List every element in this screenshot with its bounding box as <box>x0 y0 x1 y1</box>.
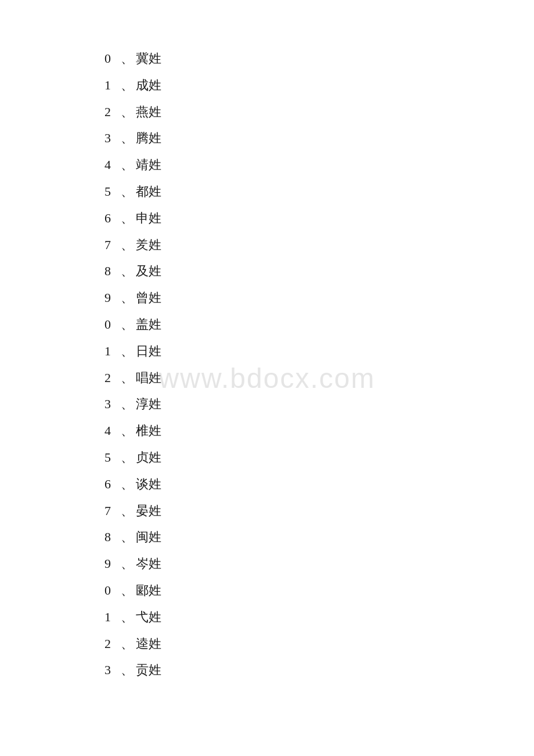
list-item: 0、郾姓 <box>104 578 430 603</box>
item-text: 逵姓 <box>136 632 161 656</box>
item-text: 日姓 <box>136 339 161 363</box>
list-item: 0、冀姓 <box>104 46 430 71</box>
item-separator: 、 <box>121 46 134 71</box>
list-item: 2、唱姓 <box>104 366 430 390</box>
item-separator: 、 <box>121 153 134 177</box>
item-separator: 、 <box>121 552 134 576</box>
item-number: 9 <box>104 286 121 310</box>
item-number: 2 <box>104 366 121 390</box>
item-text: 燕姓 <box>136 100 161 124</box>
item-number: 5 <box>104 179 121 204</box>
item-separator: 、 <box>121 658 134 682</box>
item-separator: 、 <box>121 312 134 337</box>
list-item: 7、羑姓 <box>104 233 430 257</box>
item-number: 2 <box>104 632 121 656</box>
item-separator: 、 <box>121 366 134 390</box>
item-separator: 、 <box>121 233 134 257</box>
item-separator: 、 <box>121 73 134 98</box>
list-item: 2、燕姓 <box>104 100 430 124</box>
item-text: 成姓 <box>136 73 161 98</box>
item-text: 贡姓 <box>136 658 161 682</box>
list-item: 4、靖姓 <box>104 153 430 177</box>
list-item: 6、谈姓 <box>104 472 430 496</box>
item-number: 0 <box>104 46 121 71</box>
item-number: 8 <box>104 259 121 283</box>
item-text: 腾姓 <box>136 126 161 150</box>
item-separator: 、 <box>121 286 134 310</box>
list-item: 3、贡姓 <box>104 658 430 682</box>
list-item: 9、岑姓 <box>104 552 430 576</box>
list-container: 0、冀姓1、成姓2、燕姓3、腾姓4、靖姓5、都姓6、申姓7、羑姓8、及姓9、曾姓… <box>104 46 430 682</box>
item-text: 盖姓 <box>136 312 161 337</box>
item-text: 冀姓 <box>136 46 161 71</box>
item-number: 0 <box>104 578 121 603</box>
item-number: 4 <box>104 419 121 443</box>
content-area: 0、冀姓1、成姓2、燕姓3、腾姓4、靖姓5、都姓6、申姓7、羑姓8、及姓9、曾姓… <box>0 0 534 731</box>
list-item: 3、淳姓 <box>104 392 430 416</box>
list-item: 0、盖姓 <box>104 312 430 337</box>
item-number: 1 <box>104 605 121 629</box>
item-text: 郾姓 <box>136 578 161 603</box>
item-separator: 、 <box>121 578 134 603</box>
item-number: 9 <box>104 552 121 576</box>
list-item: 1、日姓 <box>104 339 430 363</box>
item-number: 3 <box>104 392 121 416</box>
list-item: 5、贞姓 <box>104 445 430 470</box>
item-separator: 、 <box>121 100 134 124</box>
item-text: 靖姓 <box>136 153 161 177</box>
item-text: 椎姓 <box>136 419 161 443</box>
item-separator: 、 <box>121 632 134 656</box>
list-item: 6、申姓 <box>104 206 430 231</box>
item-number: 3 <box>104 126 121 150</box>
item-separator: 、 <box>121 339 134 363</box>
item-number: 1 <box>104 73 121 98</box>
item-number: 1 <box>104 339 121 363</box>
item-text: 羑姓 <box>136 233 161 257</box>
item-separator: 、 <box>121 499 134 523</box>
list-item: 8、闽姓 <box>104 525 430 549</box>
item-text: 闽姓 <box>136 525 161 549</box>
item-text: 淳姓 <box>136 392 161 416</box>
item-number: 7 <box>104 499 121 523</box>
item-text: 曾姓 <box>136 286 161 310</box>
item-separator: 、 <box>121 445 134 470</box>
item-number: 3 <box>104 658 121 682</box>
item-text: 岑姓 <box>136 552 161 576</box>
item-separator: 、 <box>121 126 134 150</box>
list-item: 1、成姓 <box>104 73 430 98</box>
item-number: 4 <box>104 153 121 177</box>
item-number: 6 <box>104 206 121 231</box>
list-item: 3、腾姓 <box>104 126 430 150</box>
item-separator: 、 <box>121 605 134 629</box>
item-separator: 、 <box>121 472 134 496</box>
list-item: 2、逵姓 <box>104 632 430 656</box>
list-item: 1、弋姓 <box>104 605 430 629</box>
item-separator: 、 <box>121 419 134 443</box>
list-item: 7、晏姓 <box>104 499 430 523</box>
item-number: 5 <box>104 445 121 470</box>
item-separator: 、 <box>121 206 134 231</box>
list-item: 5、都姓 <box>104 179 430 204</box>
item-number: 2 <box>104 100 121 124</box>
list-item: 9、曾姓 <box>104 286 430 310</box>
item-text: 晏姓 <box>136 499 161 523</box>
item-text: 都姓 <box>136 179 161 204</box>
list-item: 4、椎姓 <box>104 419 430 443</box>
item-separator: 、 <box>121 392 134 416</box>
item-text: 唱姓 <box>136 366 161 390</box>
item-text: 及姓 <box>136 259 161 283</box>
item-number: 0 <box>104 312 121 337</box>
item-number: 6 <box>104 472 121 496</box>
item-number: 8 <box>104 525 121 549</box>
item-text: 贞姓 <box>136 445 161 470</box>
item-separator: 、 <box>121 525 134 549</box>
item-text: 申姓 <box>136 206 161 231</box>
item-separator: 、 <box>121 179 134 204</box>
item-text: 弋姓 <box>136 605 161 629</box>
list-item: 8、及姓 <box>104 259 430 283</box>
item-text: 谈姓 <box>136 472 161 496</box>
item-number: 7 <box>104 233 121 257</box>
item-separator: 、 <box>121 259 134 283</box>
